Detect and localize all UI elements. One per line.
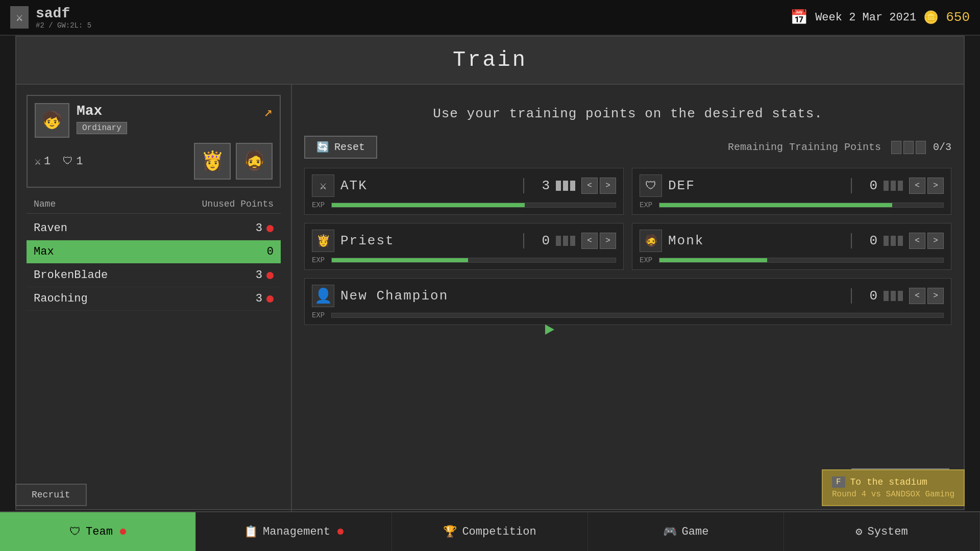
stat-pip [570, 236, 575, 246]
char-stats: ⚔ 1 🛡 1 👸 🧔 [35, 143, 273, 180]
nav-dot [337, 529, 344, 535]
stat-divider [523, 178, 524, 193]
nav-competition[interactable]: 🏆 Competition [392, 512, 588, 551]
char-avatar-group: 🧒 Max Ordinary [35, 103, 127, 138]
nc-decrement[interactable]: < [909, 288, 925, 304]
stat-decrement[interactable]: < [581, 178, 598, 194]
stat-arrows[interactable]: < > [909, 288, 944, 304]
stat-exp: EXP [312, 256, 616, 264]
char-icons: 👸 🧔 [194, 143, 273, 180]
stat-card: ⚔ ATK 3 < > EXP [304, 168, 624, 215]
team-list-header: Name Unused Points [27, 195, 281, 214]
team-member[interactable]: Raven 3 [27, 217, 281, 240]
char-header: 🧒 Max Ordinary ↗ [35, 103, 273, 138]
stat-pip [891, 291, 896, 301]
exp-bar-bg [331, 313, 944, 318]
stat-pip [884, 181, 889, 191]
stat-pip [563, 236, 568, 246]
member-points: 3 [256, 292, 274, 305]
week-label: Week 2 Mar 2021 [815, 11, 916, 24]
modal-title: Train [453, 48, 527, 72]
nav-label: Competition [462, 525, 536, 538]
stat-pip [563, 181, 568, 191]
exp-bar-bg [659, 203, 944, 208]
recruit-button[interactable]: Recruit [15, 484, 87, 506]
stat-exp: EXP [312, 311, 944, 319]
member-points: 0 [267, 245, 274, 258]
atk-icon: ⚔ [35, 155, 41, 168]
stat-name: ATK [340, 178, 513, 193]
stat-pips [556, 181, 575, 191]
stat-decrement[interactable]: < [909, 233, 925, 249]
stat-pip [891, 181, 896, 191]
def-icon: 🛡 [63, 155, 73, 167]
nav-team[interactable]: 🛡 Team [0, 512, 196, 551]
stat-increment[interactable]: > [927, 178, 944, 194]
def-stat: 🛡 1 [63, 155, 83, 168]
stat-pips [884, 181, 903, 191]
exp-bar-fill [659, 258, 767, 262]
def-value: 1 [76, 155, 83, 168]
stat-name: Priest [340, 233, 513, 248]
new-champion-value: 0 [862, 288, 877, 304]
member-name: Raven [34, 222, 67, 235]
stat-value: 0 [534, 233, 550, 248]
nav-management[interactable]: 📋 Management [196, 512, 392, 551]
stat-arrows[interactable]: < > [909, 178, 944, 194]
coin-amount: 650 [946, 10, 970, 25]
team-member[interactable]: Max 0 [27, 240, 281, 264]
bottom-nav: 🛡 Team 📋 Management 🏆 Competition 🎮 Game… [0, 511, 980, 551]
coin-icon: 🪙 [923, 10, 939, 25]
nav-system[interactable]: ⚙ System [784, 512, 980, 551]
exp-bar-bg [659, 258, 944, 263]
atk-stat: ⚔ 1 [35, 155, 51, 168]
nav-label: System [868, 525, 908, 538]
stat-increment[interactable]: > [600, 178, 616, 194]
stats-grid: ⚔ ATK 3 < > EXP 🛡 DEF 0 < > [304, 168, 951, 325]
train-controls: 🔄 Reset Remaining Training Points 0/3 [304, 136, 951, 159]
stat-divider [523, 233, 524, 248]
stat-pips [884, 291, 903, 301]
reset-button[interactable]: 🔄 Reset [304, 136, 377, 159]
nav-label: Team [86, 525, 113, 538]
char-name-group: Max Ordinary [77, 103, 127, 134]
member-name: BrokenBlade [34, 269, 108, 282]
stat-card-icon: 🛡 [640, 174, 662, 197]
tp-pip [903, 141, 914, 154]
nav-icon: 🎮 [663, 525, 677, 539]
stadium-title: To the stadium [850, 477, 927, 487]
stat-pips [884, 236, 903, 246]
stat-card: 🛡 DEF 0 < > EXP [632, 168, 951, 215]
stat-decrement[interactable]: < [909, 178, 925, 194]
nc-increment[interactable]: > [927, 288, 944, 304]
stat-divider [851, 233, 852, 248]
char-arrow-icon[interactable]: ↗ [264, 103, 273, 120]
team-member[interactable]: Raoching 3 [27, 287, 281, 311]
stat-increment[interactable]: > [600, 233, 616, 249]
stat-card-top: ⚔ ATK 3 < > [312, 174, 616, 197]
stat-pip [570, 181, 575, 191]
team-list: Raven 3 Max 0 BrokenBlade 3 Raoching 3 [27, 217, 281, 501]
stat-arrows[interactable]: < > [909, 233, 944, 249]
stat-exp: EXP [640, 256, 944, 264]
modal-body: 🧒 Max Ordinary ↗ ⚔ 1 🛡 1 [16, 85, 964, 511]
stat-card: 👸 Priest 0 < > EXP [304, 223, 624, 270]
stat-arrows[interactable]: < > [581, 178, 616, 194]
stat-value: 3 [534, 178, 550, 193]
stat-pip [884, 291, 889, 301]
calendar-icon: 📅 [790, 9, 808, 26]
stadium-notify-subtitle: Round 4 vs SANDSOX Gaming [832, 490, 954, 499]
stadium-notification[interactable]: F To the stadium Round 4 vs SANDSOX Gami… [822, 469, 965, 506]
game-title: sadf [36, 6, 91, 21]
nav-game[interactable]: 🎮 Game [588, 512, 784, 551]
char-rank-badge: Ordinary [77, 122, 127, 134]
tp-ratio: 0/3 [933, 141, 951, 153]
team-member[interactable]: BrokenBlade 3 [27, 264, 281, 287]
stat-decrement[interactable]: < [581, 233, 598, 249]
stat-arrows[interactable]: < > [581, 233, 616, 249]
stadium-f-icon: F [832, 477, 845, 488]
stat-increment[interactable]: > [927, 233, 944, 249]
nav-icon: ⚙ [855, 525, 862, 539]
member-points: 3 [256, 269, 274, 282]
unused-dot [266, 272, 274, 279]
